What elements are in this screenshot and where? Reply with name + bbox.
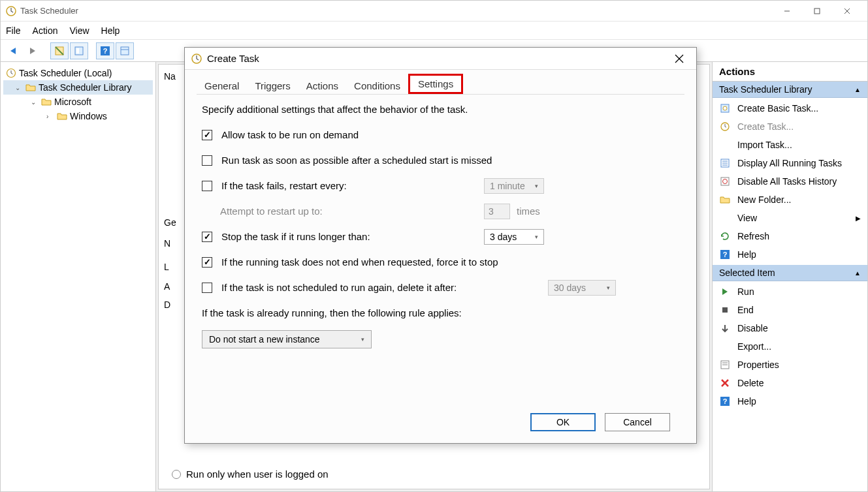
props-icon bbox=[719, 359, 731, 371]
menu-file[interactable]: File bbox=[6, 25, 21, 36]
actions-section-selected[interactable]: Selected Item ▲ bbox=[713, 265, 867, 281]
checkbox-icon[interactable] bbox=[202, 257, 212, 268]
rule-combo[interactable]: Do not start a new instance ▾ bbox=[202, 330, 372, 348]
action-import-task[interactable]: Import Task... bbox=[713, 136, 867, 154]
menu-help[interactable]: Help bbox=[101, 25, 120, 36]
action-disable-all-tasks-history[interactable]: Disable All Tasks History bbox=[713, 172, 867, 191]
back-button[interactable] bbox=[5, 42, 23, 59]
panel-header-fragment: Ge bbox=[164, 217, 176, 228]
bg-letter: D bbox=[164, 300, 170, 310]
action-export[interactable]: Export... bbox=[713, 337, 867, 356]
tool-btn-2[interactable] bbox=[70, 42, 88, 59]
action-create-basic-task[interactable]: Create Basic Task... bbox=[713, 99, 867, 117]
delete-icon bbox=[719, 377, 731, 389]
action-help[interactable]: ?Help bbox=[713, 245, 867, 264]
create-task-dialog: Create Task General Triggers Actions Con… bbox=[184, 47, 697, 444]
expander-icon[interactable]: ⌄ bbox=[31, 99, 39, 106]
allow-on-demand-row[interactable]: Allow task to be run on demand bbox=[202, 129, 679, 140]
action-label: Disable bbox=[737, 323, 768, 333]
run-logged-on-radio[interactable]: Run only when user is logged on bbox=[172, 469, 329, 480]
expander-icon[interactable]: › bbox=[46, 113, 54, 120]
action-view[interactable]: View▶ bbox=[713, 209, 867, 227]
close-button[interactable] bbox=[832, 1, 862, 21]
dialog-titlebar: Create Task bbox=[185, 48, 696, 70]
section-label: Selected Item bbox=[719, 268, 775, 278]
tree-microsoft-label: Microsoft bbox=[54, 97, 91, 107]
stop-longer-row[interactable]: Stop the task if it runs longer than: 3 … bbox=[202, 231, 679, 242]
action-label: New Folder... bbox=[737, 194, 791, 205]
tree-windows[interactable]: › Windows bbox=[3, 109, 153, 123]
tree-library-label: Task Scheduler Library bbox=[39, 82, 131, 93]
tree-library[interactable]: ⌄ Task Scheduler Library bbox=[3, 80, 153, 95]
tree-windows-label: Windows bbox=[70, 111, 107, 121]
rule-value: Do not start a new instance bbox=[209, 334, 320, 345]
action-display-all-running-tasks[interactable]: Display All Running Tasks bbox=[713, 154, 867, 172]
tab-general[interactable]: General bbox=[197, 78, 247, 94]
svg-point-14 bbox=[723, 106, 727, 110]
tab-actions[interactable]: Actions bbox=[298, 78, 346, 94]
delete-after-combo[interactable]: 30 days ▾ bbox=[548, 280, 616, 296]
tab-triggers[interactable]: Triggers bbox=[247, 78, 298, 94]
ok-button[interactable]: OK bbox=[530, 413, 596, 431]
action-run[interactable]: Run bbox=[713, 283, 867, 301]
action-label: Help bbox=[737, 249, 756, 260]
action-create-task[interactable]: Create Task... bbox=[713, 117, 867, 136]
disable-icon bbox=[719, 322, 731, 334]
dialog-close-button[interactable] bbox=[669, 50, 690, 68]
action-label: Properties bbox=[737, 360, 779, 370]
svg-rect-24 bbox=[722, 307, 728, 313]
stop-duration-combo[interactable]: 3 days ▾ bbox=[484, 229, 544, 245]
checkbox-icon[interactable] bbox=[202, 181, 212, 191]
svg-rect-7 bbox=[76, 48, 79, 54]
checkbox-icon[interactable] bbox=[202, 130, 212, 140]
checkbox-icon[interactable] bbox=[202, 283, 212, 293]
menu-view[interactable]: View bbox=[69, 25, 89, 36]
action-end[interactable]: End bbox=[713, 301, 867, 319]
actions-header: Actions bbox=[713, 62, 867, 82]
tree-root[interactable]: Task Scheduler (Local) bbox=[3, 66, 153, 80]
forward-button[interactable] bbox=[24, 42, 42, 59]
action-disable[interactable]: Disable bbox=[713, 319, 867, 337]
minimize-button[interactable] bbox=[772, 1, 802, 21]
settings-description: Specify additional settings that affect … bbox=[202, 104, 679, 115]
tree-root-label: Task Scheduler (Local) bbox=[19, 68, 112, 78]
action-refresh[interactable]: Refresh bbox=[713, 227, 867, 245]
tool-help-button[interactable]: ? bbox=[96, 42, 114, 59]
tree-microsoft[interactable]: ⌄ Microsoft bbox=[3, 95, 153, 109]
action-label: View bbox=[737, 213, 757, 223]
cancel-button[interactable]: Cancel bbox=[605, 413, 670, 431]
attempt-count-input[interactable]: 3 bbox=[484, 204, 510, 219]
menu-action[interactable]: Action bbox=[33, 25, 58, 36]
expander-icon[interactable]: ⌄ bbox=[15, 84, 23, 91]
checkbox-icon[interactable] bbox=[202, 155, 212, 166]
action-help[interactable]: ?Help bbox=[713, 392, 867, 410]
restart-every-row[interactable]: If the task fails, restart every: 1 minu… bbox=[202, 180, 679, 191]
folder-icon bbox=[41, 97, 52, 107]
radio-label: Run only when user is logged on bbox=[186, 469, 329, 480]
tool-btn-1[interactable] bbox=[50, 42, 69, 59]
action-label: Run bbox=[737, 286, 754, 297]
checkbox-icon[interactable] bbox=[202, 232, 212, 242]
action-label: Create Basic Task... bbox=[737, 103, 818, 114]
maximize-button[interactable] bbox=[802, 1, 832, 21]
force-stop-row[interactable]: If the running task does not end when re… bbox=[202, 256, 679, 268]
rule-label: If the task is already running, then the… bbox=[202, 307, 679, 318]
none-icon bbox=[719, 341, 731, 352]
action-delete[interactable]: Delete bbox=[713, 374, 867, 392]
tab-settings[interactable]: Settings bbox=[408, 74, 463, 94]
stop-longer-label: Stop the task if it runs longer than: bbox=[221, 231, 370, 242]
action-new-folder[interactable]: New Folder... bbox=[713, 191, 867, 209]
tab-conditions[interactable]: Conditions bbox=[346, 78, 408, 94]
restart-interval-combo[interactable]: 1 minute ▾ bbox=[484, 178, 544, 194]
chevron-down-icon: ▾ bbox=[607, 284, 610, 291]
tool-btn-4[interactable] bbox=[116, 42, 134, 59]
run-asap-row[interactable]: Run task as soon as possible after a sch… bbox=[202, 155, 679, 166]
action-label: Create Task... bbox=[737, 121, 794, 132]
actions-section-library[interactable]: Task Scheduler Library ▲ bbox=[713, 82, 867, 98]
titlebar: Task Scheduler bbox=[1, 1, 867, 22]
delete-after-row[interactable]: If the task is not scheduled to run agai… bbox=[202, 282, 679, 293]
action-properties[interactable]: Properties bbox=[713, 356, 867, 374]
svg-rect-2 bbox=[814, 8, 820, 14]
help-icon: ? bbox=[719, 249, 731, 260]
none-icon bbox=[719, 212, 731, 224]
